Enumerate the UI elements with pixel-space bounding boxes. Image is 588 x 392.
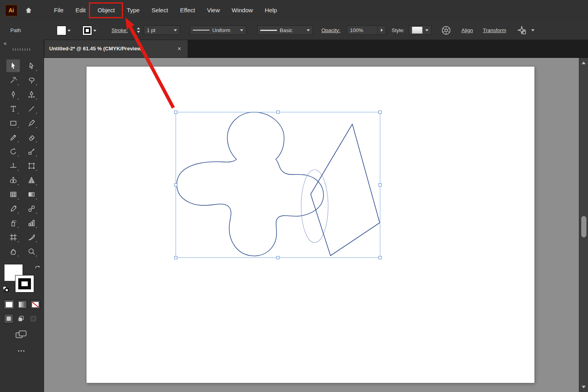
- menu-item-select[interactable]: Select: [146, 0, 174, 21]
- stroke-label[interactable]: Stroke:: [111, 21, 128, 40]
- tool-eraser[interactable]: [25, 131, 38, 143]
- recolor-artwork-button[interactable]: [441, 25, 451, 35]
- color-button[interactable]: [4, 300, 14, 309]
- tool-type[interactable]: [6, 102, 20, 115]
- tool-selection[interactable]: [6, 59, 20, 72]
- selection-handle[interactable]: [277, 256, 279, 259]
- style-combo[interactable]: [409, 25, 432, 35]
- stroke-swatch-small: [83, 26, 92, 35]
- tool-lasso[interactable]: [25, 74, 38, 86]
- chevron-down-icon[interactable]: [174, 29, 177, 31]
- tool-hand[interactable]: [6, 245, 20, 258]
- chevron-down-icon[interactable]: [240, 29, 243, 31]
- transform-link[interactable]: Transform: [483, 21, 506, 40]
- polygon-shape[interactable]: [311, 124, 380, 256]
- tool-rotate[interactable]: [6, 145, 20, 158]
- opacity-options-button[interactable]: [377, 25, 386, 35]
- stepper-down-icon[interactable]: [137, 31, 140, 33]
- tool-scale[interactable]: [25, 145, 38, 158]
- menu-item-help[interactable]: Help: [259, 0, 283, 21]
- tool-magic-wand[interactable]: [6, 74, 20, 86]
- selection-handle[interactable]: [379, 256, 382, 259]
- brush-definition-combo[interactable]: Basic: [257, 25, 313, 35]
- tool-pen[interactable]: [6, 88, 20, 101]
- home-icon[interactable]: [24, 6, 33, 14]
- selection-handle[interactable]: [175, 184, 177, 186]
- blob-shape[interactable]: [177, 112, 324, 256]
- arrow-up-icon: [582, 61, 586, 64]
- tool-paintbrush[interactable]: [25, 117, 38, 129]
- tool-perspective-grid[interactable]: [25, 174, 38, 186]
- menu-item-edit[interactable]: Edit: [69, 0, 92, 21]
- chevron-down-icon[interactable]: [531, 29, 534, 31]
- draw-normal-button[interactable]: [4, 314, 13, 323]
- swap-fill-stroke-icon[interactable]: [34, 264, 41, 270]
- tool-blend[interactable]: [25, 202, 38, 215]
- document-tab[interactable]: Untitled-2* @ 61.45 % (CMYK/Preview) ✕: [44, 40, 188, 57]
- tool-panel: «: [0, 40, 44, 392]
- none-button[interactable]: [30, 300, 40, 309]
- chevron-down-icon[interactable]: [67, 30, 71, 32]
- tool-curvature[interactable]: [25, 88, 38, 101]
- menu-item-type[interactable]: Type: [121, 0, 146, 21]
- tool-direct-selection[interactable]: [25, 59, 38, 72]
- chevron-down-icon[interactable]: [307, 29, 310, 31]
- shaper-icon: [9, 133, 17, 142]
- scroll-up-button[interactable]: [579, 59, 588, 66]
- tool-zoom[interactable]: [25, 245, 38, 258]
- menu-item-window[interactable]: Window: [226, 0, 259, 21]
- scroll-down-button[interactable]: [579, 383, 588, 390]
- stroke-color-well[interactable]: [83, 26, 96, 35]
- draw-inside-button[interactable]: [29, 314, 38, 323]
- edit-toolbar-button[interactable]: •••: [0, 349, 44, 353]
- menu-item-view[interactable]: View: [201, 0, 226, 21]
- stepper-up-icon[interactable]: [137, 27, 140, 29]
- width-profile-combo[interactable]: Uniform: [190, 25, 246, 35]
- chevron-down-icon[interactable]: [425, 29, 429, 31]
- stroke-weight-stepper[interactable]: [136, 25, 141, 35]
- selection-handle[interactable]: [379, 184, 382, 186]
- tab-close-button[interactable]: ✕: [176, 45, 183, 52]
- artboard-icon: [9, 233, 17, 241]
- menu-item-object[interactable]: Object: [92, 0, 121, 21]
- vertical-scrollbar[interactable]: [579, 57, 588, 392]
- tool-column-graph[interactable]: [25, 216, 38, 229]
- tool-slice[interactable]: [25, 231, 38, 243]
- tool-rectangle[interactable]: [6, 117, 20, 129]
- tool-free-transform[interactable]: [25, 159, 38, 172]
- menu-item-file[interactable]: File: [48, 0, 69, 21]
- app-logo-icon[interactable]: Ai: [5, 5, 17, 16]
- selection-handle[interactable]: [175, 256, 177, 259]
- selection-handle[interactable]: [379, 111, 382, 114]
- artwork-layer: [44, 57, 579, 392]
- screen-mode-button[interactable]: [15, 330, 27, 341]
- opacity-field[interactable]: 100%: [347, 25, 378, 35]
- draw-behind-button[interactable]: [16, 314, 26, 323]
- chevron-down-icon[interactable]: [93, 30, 96, 32]
- opacity-label[interactable]: Opacity:: [321, 21, 340, 40]
- tool-artboard[interactable]: [6, 231, 20, 243]
- selection-handle[interactable]: [277, 111, 279, 114]
- tool-gradient[interactable]: [25, 188, 38, 201]
- toolbar-grip[interactable]: [13, 48, 31, 51]
- select-similar-button[interactable]: [517, 25, 534, 35]
- tool-symbol-sprayer[interactable]: [6, 216, 20, 229]
- menu-item-effect[interactable]: Effect: [174, 0, 201, 21]
- style-swatch: [412, 27, 423, 34]
- gradient-button[interactable]: [17, 300, 27, 309]
- tool-line-segment[interactable]: [25, 102, 38, 115]
- selection-bounding-box[interactable]: [176, 112, 380, 258]
- tool-eyedropper[interactable]: [6, 202, 20, 215]
- stroke-swatch[interactable]: [15, 275, 34, 293]
- default-fill-stroke-icon[interactable]: [3, 286, 9, 292]
- tool-width[interactable]: [6, 159, 20, 172]
- stroke-weight-combo[interactable]: 1 pt: [144, 25, 180, 35]
- selection-handle[interactable]: [175, 111, 177, 114]
- tool-shape-builder[interactable]: [6, 174, 20, 186]
- tool-shaper[interactable]: [6, 131, 20, 143]
- tool-mesh[interactable]: [6, 188, 20, 201]
- fill-color-well[interactable]: [57, 26, 71, 35]
- scrollbar-thumb[interactable]: [581, 216, 586, 237]
- align-link[interactable]: Align: [461, 21, 473, 40]
- collapse-panel-button[interactable]: «: [4, 40, 7, 46]
